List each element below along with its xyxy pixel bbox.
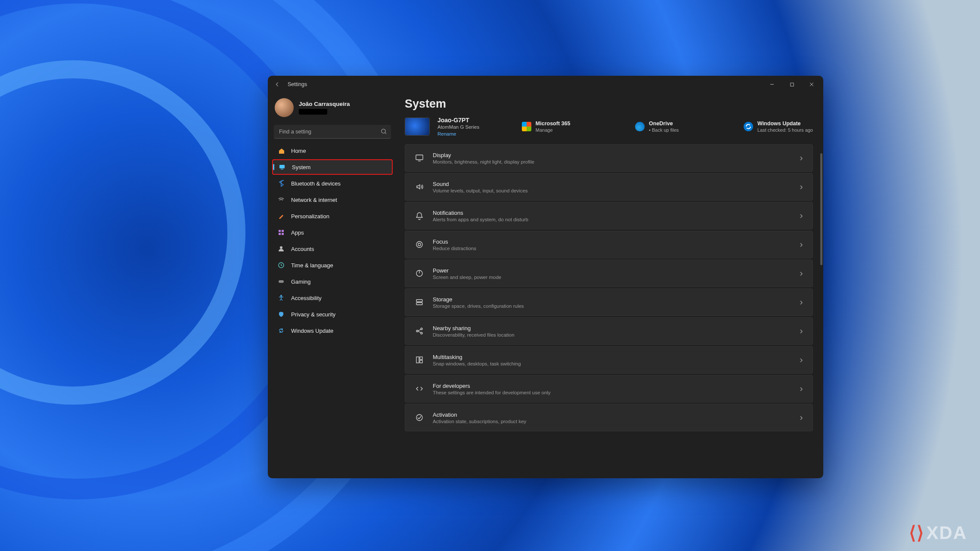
sidebar-item-personalization[interactable]: Personalization: [272, 208, 393, 224]
card-title: Storage: [433, 296, 799, 303]
scrollbar-track: [820, 153, 822, 474]
chevron-right-icon: [799, 357, 805, 363]
sidebar-item-system[interactable]: System: [272, 159, 393, 175]
card-title: Nearby sharing: [433, 325, 799, 331]
svg-point-20: [421, 332, 422, 334]
card-title: Display: [433, 152, 799, 158]
card-subtitle: Snap windows, desktops, task switching: [433, 361, 799, 366]
svg-rect-4: [279, 230, 281, 232]
sidebar-item-accounts[interactable]: Accounts: [272, 241, 393, 257]
sidebar-item-bluetooth[interactable]: Bluetooth & devices: [272, 176, 393, 191]
card-display[interactable]: DisplayMonitors, brightness, night light…: [405, 144, 813, 172]
card-subtitle: Monitors, brightness, night light, displ…: [433, 159, 799, 164]
card-sound[interactable]: SoundVolume levels, output, input, sound…: [405, 173, 813, 201]
sidebar-item-update[interactable]: Windows Update: [272, 323, 393, 338]
maximize-button[interactable]: [782, 76, 802, 93]
nav-list: HomeSystemBluetooth & devicesNetwork & i…: [272, 143, 393, 338]
sidebar-item-time[interactable]: Time & language: [272, 257, 393, 273]
display-icon: [415, 153, 424, 163]
search-input[interactable]: [274, 125, 391, 139]
svg-point-13: [416, 241, 422, 248]
svg-rect-23: [420, 360, 422, 363]
svg-rect-22: [420, 357, 422, 359]
watermark-bracket-icon: ⟨⟩: [909, 523, 924, 543]
rename-link[interactable]: Rename: [437, 131, 479, 136]
card-nearby[interactable]: Nearby sharingDiscoverability, received …: [405, 317, 813, 345]
close-button[interactable]: [802, 76, 822, 93]
chevron-right-icon: [799, 299, 805, 305]
avatar: [275, 98, 294, 117]
card-title: Activation: [433, 412, 799, 418]
card-focus[interactable]: FocusReduce distractions: [405, 231, 813, 258]
svg-rect-5: [282, 230, 284, 232]
status-windows-update[interactable]: Windows UpdateLast checked: 5 hours ago: [744, 121, 813, 133]
svg-point-24: [416, 415, 422, 421]
user-name: João Carrasqueira: [299, 101, 350, 107]
scrollbar-thumb[interactable]: [820, 153, 822, 265]
bluetooth-icon: [277, 180, 285, 187]
windows-update-icon: [744, 122, 753, 131]
status-microsoft365[interactable]: Microsoft 365Manage: [522, 121, 571, 133]
sidebar-item-label: Home: [291, 148, 306, 154]
multitask-icon: [415, 355, 424, 365]
sidebar: João Carrasqueira ████████ HomeSystemBlu…: [268, 93, 397, 478]
clock-icon: [277, 261, 285, 269]
svg-rect-3: [281, 169, 283, 170]
sidebar-item-label: Bluetooth & devices: [291, 180, 341, 187]
svg-rect-7: [282, 233, 284, 235]
svg-rect-17: [416, 303, 422, 305]
card-activation[interactable]: ActivationActivation state, subscription…: [405, 404, 813, 431]
sidebar-item-network[interactable]: Network & internet: [272, 192, 393, 207]
sidebar-item-apps[interactable]: Apps: [272, 225, 393, 240]
update-icon: [277, 327, 285, 334]
card-subtitle: Alerts from apps and system, do not dist…: [433, 217, 799, 222]
power-icon: [415, 269, 424, 278]
minimize-button[interactable]: [762, 76, 782, 93]
sound-icon: [415, 182, 424, 192]
back-button[interactable]: [273, 80, 282, 89]
chevron-right-icon: [799, 328, 805, 334]
card-subtitle: These settings are intended for developm…: [433, 390, 799, 395]
app-title: Settings: [288, 81, 307, 87]
card-multitask[interactable]: MultitaskingSnap windows, desktops, task…: [405, 346, 813, 374]
focus-icon: [415, 240, 424, 249]
svg-rect-6: [279, 233, 281, 235]
sidebar-item-label: Accessibility: [291, 295, 322, 301]
sidebar-item-gaming[interactable]: Gaming: [272, 274, 393, 289]
sidebar-item-label: Apps: [291, 229, 304, 236]
shield-icon: [277, 310, 285, 318]
svg-point-14: [418, 243, 421, 246]
dev-icon: [415, 384, 424, 393]
onedrive-icon: [635, 122, 645, 131]
account-icon: [277, 245, 285, 253]
status-onedrive[interactable]: OneDrive• Back up files: [635, 121, 679, 133]
sidebar-item-privacy[interactable]: Privacy & security: [272, 306, 393, 322]
microsoft365-icon: [522, 122, 531, 131]
svg-rect-16: [416, 300, 422, 302]
settings-window: Settings João Carrasqueira ████████ Home…: [268, 76, 823, 478]
card-power[interactable]: PowerScreen and sleep, power mode: [405, 260, 813, 287]
home-icon: [277, 147, 285, 155]
device-model: AtomMan G Series: [437, 124, 479, 130]
sidebar-item-home[interactable]: Home: [272, 143, 393, 158]
page-title: System: [405, 97, 813, 111]
sidebar-item-label: System: [292, 164, 310, 170]
card-subtitle: Discoverability, received files location: [433, 332, 799, 337]
svg-rect-10: [279, 280, 284, 283]
user-profile[interactable]: João Carrasqueira ████████: [272, 96, 393, 123]
content-pane: System Joao-G7PT AtomMan G Series Rename…: [397, 93, 823, 478]
svg-point-19: [421, 328, 422, 330]
chevron-right-icon: [799, 213, 805, 219]
card-storage[interactable]: StorageStorage space, drives, configurat…: [405, 288, 813, 316]
card-notifications[interactable]: NotificationsAlerts from apps and system…: [405, 202, 813, 229]
bell-icon: [415, 211, 424, 220]
system-icon: [278, 163, 286, 171]
brush-icon: [277, 212, 285, 220]
card-developers[interactable]: For developersThese settings are intende…: [405, 375, 813, 402]
sidebar-item-accessibility[interactable]: Accessibility: [272, 290, 393, 306]
svg-rect-12: [416, 155, 423, 160]
sidebar-item-label: Time & language: [291, 262, 333, 269]
settings-card-list: DisplayMonitors, brightness, night light…: [405, 144, 813, 431]
sidebar-item-label: Network & internet: [291, 197, 337, 203]
device-thumbnail[interactable]: [405, 118, 430, 136]
